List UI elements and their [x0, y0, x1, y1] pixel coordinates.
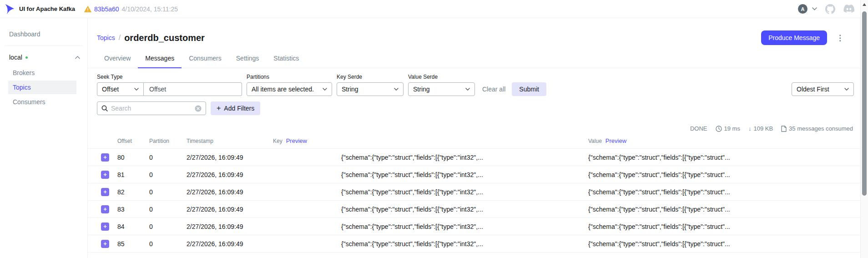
key-serde-label: Key Serde: [337, 74, 404, 80]
document-icon: [781, 126, 787, 132]
page-title: orderdb_customer: [124, 33, 205, 43]
github-icon[interactable]: [825, 4, 835, 14]
partitions-label: Partitions: [247, 74, 332, 80]
consume-status-bar: DONE 19 ms ↓ 109 KB 35 messages consumed: [88, 125, 853, 132]
chevron-down-icon: [394, 88, 399, 91]
discord-icon[interactable]: [843, 5, 854, 13]
partition-cell: 0: [149, 201, 187, 218]
key-preview-link[interactable]: Preview: [286, 137, 307, 144]
app-logo-icon: [5, 4, 15, 15]
partitions-select[interactable]: All items are selected.: [247, 82, 332, 96]
partition-cell: 0: [149, 149, 187, 166]
key-serde-select[interactable]: String: [337, 82, 404, 96]
offset-cell: 83: [117, 201, 149, 218]
expand-row-button[interactable]: +: [101, 223, 109, 231]
value-cell: {"schema":{"type":"struct","fields":[{"t…: [588, 149, 860, 166]
tab-messages[interactable]: Messages: [138, 48, 182, 68]
table-row: + 82 0 2/27/2026, 16:09:49 {"schema":{"t…: [88, 183, 860, 201]
timestamp-column-header: Timestamp: [187, 137, 273, 149]
value-cell: {"schema":{"type":"struct","fields":[{"t…: [588, 218, 860, 235]
sidebar-divider: [5, 46, 83, 46]
partition-cell: 0: [149, 166, 187, 183]
chevron-up-icon[interactable]: [75, 56, 80, 59]
key-cell: {"schema":{"type":"struct","fields":[{"t…: [273, 201, 588, 218]
timestamp-cell: 2/27/2026, 16:09:49: [187, 149, 273, 166]
table-row: + 84 0 2/27/2026, 16:09:49 {"schema":{"t…: [88, 218, 860, 235]
tab-consumers[interactable]: Consumers: [182, 48, 229, 68]
chevron-down-icon: [844, 88, 849, 91]
breadcrumb-topics-link[interactable]: Topics: [97, 34, 115, 41]
key-cell: {"schema":{"type":"struct","fields":[{"t…: [273, 218, 588, 235]
key-cell: {"schema":{"type":"struct","fields":[{"t…: [273, 235, 588, 253]
messages-consumed-stat: 35 messages consumed: [781, 125, 853, 132]
value-serde-select[interactable]: String: [408, 82, 475, 96]
partition-column-header: Partition: [149, 137, 187, 149]
timestamp-cell: 2/27/2026, 16:09:49: [187, 201, 273, 218]
chevron-down-icon: [465, 88, 470, 91]
app-title: UI for Apache Kafka: [19, 5, 75, 12]
plus-icon: +: [217, 104, 221, 112]
offset-cell: 81: [117, 166, 149, 183]
partition-cell: 0: [149, 183, 187, 201]
submit-button[interactable]: Submit: [512, 82, 546, 96]
produce-message-button[interactable]: Produce Message: [761, 30, 827, 45]
seek-type-label: Seek Type: [97, 74, 242, 80]
scrollbar-up-arrow[interactable]: [863, 3, 866, 6]
sidebar-item-brokers[interactable]: Brokers: [8, 66, 76, 80]
arrow-down-icon: ↓: [748, 125, 752, 132]
partition-cell: 0: [149, 218, 187, 235]
table-row: + 85 0 2/27/2026, 16:09:49 {"schema":{"t…: [88, 235, 860, 253]
key-column-header: KeyPreview: [273, 137, 588, 149]
warning-icon: [84, 6, 91, 12]
top-header: UI for Apache Kafka 83b5a60 4/10/2024, 1…: [0, 0, 868, 18]
key-cell: {"schema":{"type":"struct","fields":[{"t…: [273, 149, 588, 166]
message-order-select[interactable]: Oldest First: [792, 82, 854, 96]
value-cell: {"schema":{"type":"struct","fields":[{"t…: [588, 235, 860, 253]
timestamp-cell: 2/27/2026, 16:09:49: [187, 166, 273, 183]
expand-row-button[interactable]: +: [101, 171, 109, 179]
sidebar-item-topics[interactable]: Topics: [8, 81, 76, 94]
elapsed-time-stat: 19 ms: [716, 125, 740, 132]
offset-cell: 80: [117, 149, 149, 166]
partition-cell: 0: [149, 235, 187, 253]
table-header-row: Offset Partition Timestamp KeyPreview Va…: [88, 137, 860, 149]
expander-column-header: [88, 137, 117, 149]
sidebar-item-dashboard[interactable]: Dashboard: [0, 26, 87, 42]
offset-cell: 84: [117, 218, 149, 235]
timestamp-cell: 2/27/2026, 16:09:49: [187, 235, 273, 253]
sidebar: Dashboard local Brokers Topics Consumers: [0, 18, 88, 258]
chevron-down-icon: [323, 88, 327, 91]
expand-row-button[interactable]: +: [101, 205, 109, 213]
sidebar-item-consumers[interactable]: Consumers: [8, 95, 76, 109]
expand-row-button[interactable]: +: [101, 188, 109, 196]
search-box: [97, 101, 206, 115]
expand-row-button[interactable]: +: [101, 240, 109, 248]
value-serde-label: Value Serde: [408, 74, 475, 80]
user-avatar[interactable]: A: [798, 4, 807, 14]
timestamp-cell: 2/27/2026, 16:09:49: [187, 218, 273, 235]
chevron-down-icon[interactable]: [812, 7, 817, 10]
seek-offset-input[interactable]: [144, 82, 242, 96]
value-cell: {"schema":{"type":"struct","fields":[{"t…: [588, 201, 860, 218]
kebab-menu-icon[interactable]: ⋮: [836, 34, 844, 42]
value-preview-link[interactable]: Preview: [606, 137, 626, 144]
cluster-name: local: [9, 54, 22, 61]
tab-statistics[interactable]: Statistics: [266, 48, 306, 68]
version-link[interactable]: 83b5a60: [94, 5, 119, 13]
clear-all-link[interactable]: Clear all: [482, 86, 505, 93]
search-input[interactable]: [111, 105, 195, 112]
offset-cell: 85: [117, 235, 149, 253]
table-row: + 81 0 2/27/2026, 16:09:49 {"schema":{"t…: [88, 166, 860, 183]
chevron-down-icon: [134, 88, 139, 91]
add-filters-button[interactable]: + Add Filters: [211, 101, 260, 115]
table-row: + 83 0 2/27/2026, 16:09:49 {"schema":{"t…: [88, 201, 860, 218]
sidebar-cluster-local[interactable]: local: [0, 50, 87, 65]
bytes-consumed-stat: ↓ 109 KB: [748, 125, 773, 132]
scrollbar-thumb[interactable]: [862, 11, 867, 196]
tab-overview[interactable]: Overview: [97, 48, 138, 68]
expand-row-button[interactable]: +: [101, 153, 109, 162]
clear-search-icon[interactable]: [195, 105, 202, 112]
tab-settings[interactable]: Settings: [229, 48, 267, 68]
seek-type-select[interactable]: Offset: [97, 82, 144, 96]
vertical-scrollbar[interactable]: [860, 0, 868, 258]
